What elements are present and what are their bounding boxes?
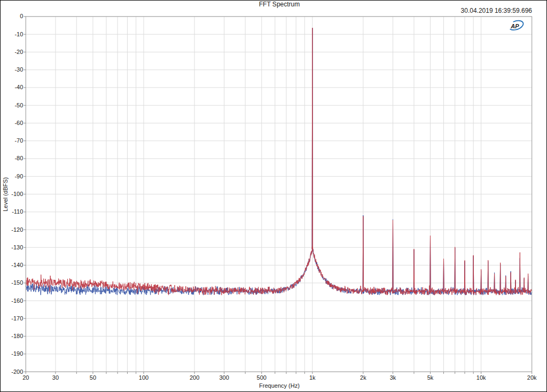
x-tick-label: 30 xyxy=(52,374,59,381)
x-tick-label: 10k xyxy=(476,374,486,381)
y-tick-label: -80 xyxy=(14,155,23,161)
gridlines xyxy=(26,17,532,372)
x-tick-label: 2k xyxy=(360,374,366,381)
y-tick-label: -170 xyxy=(11,315,23,322)
fft-spectrum-window: FFT Spectrum 30.04.2019 16:39:59.696 Lev… xyxy=(0,0,547,392)
y-tick-label: -150 xyxy=(11,279,23,286)
x-tick-label: 20k xyxy=(527,374,537,381)
x-tick-label: 20 xyxy=(22,374,29,381)
y-tick-label: -50 xyxy=(14,102,23,108)
y-tick-label: -70 xyxy=(14,137,23,144)
y-tick-label: -90 xyxy=(14,173,23,179)
x-tick-label: 50 xyxy=(90,374,96,381)
tick-marks xyxy=(24,17,532,374)
x-tick-label: 500 xyxy=(257,374,267,381)
y-tick-label: -10 xyxy=(14,31,23,37)
y-tick-label: -160 xyxy=(11,297,23,304)
y-tick-label: -110 xyxy=(12,208,23,215)
fft-spectrum-plot: 2030501002003005001k2k3k5k10k20k0-10-20-… xyxy=(1,1,546,391)
y-tick-label: 0 xyxy=(20,13,23,19)
y-tick-label: -100 xyxy=(11,191,23,197)
x-tick-label: 3k xyxy=(390,374,396,381)
x-tick-label: 1k xyxy=(309,374,316,381)
y-tick-label: -180 xyxy=(11,333,23,339)
trace-channel-2 xyxy=(26,28,532,295)
y-tick-label: -190 xyxy=(11,350,23,357)
x-tick-label: 200 xyxy=(190,374,199,381)
y-tick-label: -40 xyxy=(14,84,23,90)
x-tick-label: 300 xyxy=(219,374,229,381)
y-tick-label: -200 xyxy=(11,369,23,375)
ap-logo-text: AP xyxy=(510,23,519,29)
x-tick-label: 100 xyxy=(139,374,149,381)
y-tick-label: -20 xyxy=(14,49,23,55)
ap-logo: AP xyxy=(510,21,523,30)
trace-channel-1 xyxy=(26,28,532,295)
y-tick-label: -60 xyxy=(14,120,23,126)
y-tick-label: -130 xyxy=(11,244,23,250)
y-tick-label: -140 xyxy=(11,262,23,268)
y-tick-labels: 0-10-20-30-40-50-60-70-80-90-100-110-120… xyxy=(11,13,23,374)
x-axis-label: Frequency (Hz) xyxy=(26,382,533,389)
y-tick-label: -120 xyxy=(11,226,23,233)
x-tick-labels: 2030501002003005001k2k3k5k10k20k xyxy=(22,374,537,381)
y-tick-label: -30 xyxy=(14,66,23,73)
x-tick-label: 5k xyxy=(427,374,434,381)
